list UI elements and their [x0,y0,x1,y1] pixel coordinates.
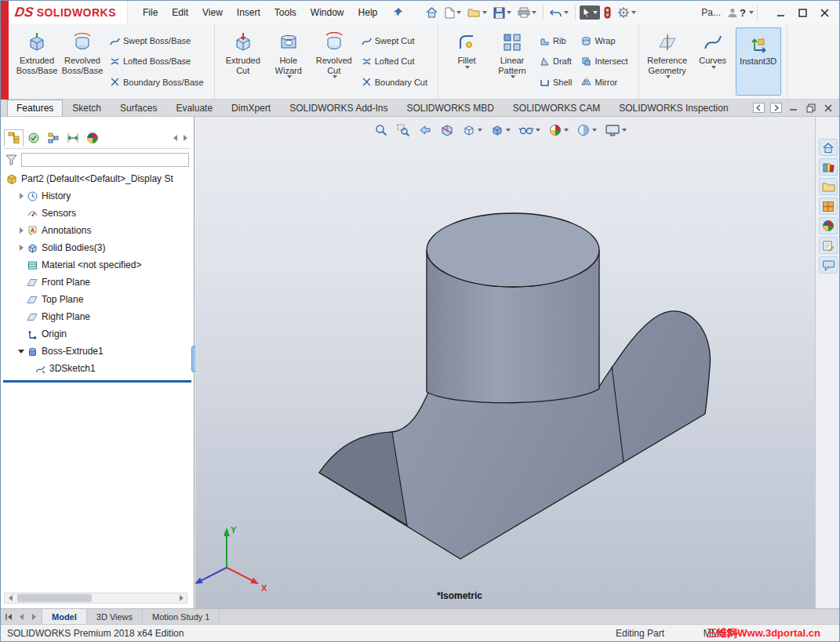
previous-view-icon[interactable] [416,122,435,139]
extruded-boss-base-button[interactable]: Extruded Boss/Base [14,27,60,96]
tree-item-solid-bodies[interactable]: Solid Bodies(3) [1,239,194,256]
tree-item-3dsketch1[interactable]: 3DSketch1 [1,360,194,377]
tab-solidworks-addins[interactable]: SOLIDWORKS Add-Ins [280,100,397,116]
view-palette-icon[interactable] [819,198,838,215]
design-library-icon[interactable] [819,158,838,176]
zoom-area-icon[interactable] [394,122,413,139]
boss-cylinder[interactable] [427,213,599,403]
swept-cut-button[interactable]: Swept Cut [358,34,431,48]
rebuild-icon[interactable] [602,5,613,20]
pin-menu-icon[interactable] [392,7,403,18]
expand-arrow-icon[interactable] [18,350,24,354]
undo-icon[interactable] [547,6,571,20]
zoom-fit-icon[interactable] [372,122,391,139]
wrap-button[interactable]: Wrap [578,34,631,48]
propertymanager-icon[interactable] [24,129,43,147]
edit-appearance-icon[interactable] [546,122,571,139]
scrollbar-thumb[interactable] [17,594,92,602]
menu-view[interactable]: View [195,3,230,22]
maximize-icon[interactable] [792,4,813,21]
minimize-pane-icon[interactable] [786,101,801,114]
menu-window[interactable]: Window [304,3,351,22]
revolved-boss-base-button[interactable]: Revolved Boss/Base [60,27,105,96]
curves-button[interactable]: Curves [690,27,736,96]
dropdown-caret-icon[interactable] [666,75,671,78]
tab-features[interactable]: Features [7,100,63,116]
tree-item-right-plane[interactable]: Right Plane [1,308,194,325]
dropdown-caret-icon[interactable] [622,129,627,132]
menu-edit[interactable]: Edit [165,3,195,22]
first-tab-icon[interactable] [2,611,15,622]
fillet-button[interactable]: Fillet [444,27,489,96]
tab-motion-study-1[interactable]: Motion Study 1 [143,609,220,624]
boundary-boss-base-button[interactable]: Boundary Boss/Base [107,75,207,89]
tree-item-annotations[interactable]: A Annotations [1,222,194,239]
graphics-area[interactable]: Y X Z [195,117,815,608]
dropdown-caret-icon[interactable] [711,66,716,69]
tab-evaluate[interactable]: Evaluate [166,100,222,116]
tab-solidworks-inspection[interactable]: SOLIDWORKS Inspection [609,100,737,116]
menu-tools[interactable]: Tools [267,3,304,22]
linear-pattern-button[interactable]: Linear Pattern [489,27,535,96]
lofted-cut-button[interactable]: Lofted Cut [358,55,431,68]
tree-item-material[interactable]: Material <not specified> [1,256,194,274]
previous-pane-icon[interactable] [751,101,766,114]
file-explorer-icon[interactable] [819,178,838,195]
monitor-icon[interactable] [602,122,629,139]
save-icon[interactable] [491,5,514,20]
minimize-icon[interactable] [770,4,791,21]
tab-surfaces[interactable]: Surfaces [111,100,166,116]
tree-item-sensors[interactable]: Sensors [1,205,194,222]
tab-solidworks-mbd[interactable]: SOLIDWORKS MBD [398,100,504,116]
dropdown-caret-icon[interactable] [536,129,540,132]
options-gear-icon[interactable] [615,5,638,20]
hole-wizard-button[interactable]: Hole Wizard [266,27,311,96]
menu-file[interactable]: File [136,3,165,22]
display-style-icon[interactable] [488,122,513,139]
view-settings-icon[interactable] [574,122,599,139]
home-icon[interactable] [819,139,838,156]
tab-solidworks-cam[interactable]: SOLIDWORKS CAM [504,100,609,116]
select-cursor-icon[interactable] [580,5,600,20]
dropdown-caret-icon[interactable] [506,129,511,132]
mirror-button[interactable]: Mirror [578,75,631,89]
scroll-left-icon[interactable] [5,593,16,603]
lofted-boss-base-button[interactable]: Lofted Boss/Base [107,55,207,68]
help-icon[interactable]: ? [740,7,746,19]
help-caret-icon[interactable] [749,11,754,14]
tab-3d-views[interactable]: 3D Views [87,609,143,624]
section-view-icon[interactable] [438,122,456,139]
custom-properties-icon[interactable] [819,237,838,254]
scroll-right-icon[interactable] [176,593,187,603]
expand-arrow-icon[interactable] [20,245,24,251]
tree-item-front-plane[interactable]: Front Plane [1,274,194,291]
menu-insert[interactable]: Insert [230,3,267,22]
tab-model[interactable]: Model [42,609,87,624]
dropdown-caret-icon[interactable] [478,129,482,132]
next-pane-icon[interactable] [769,101,784,114]
featuremanager-icon[interactable] [4,129,24,147]
expand-arrow-icon[interactable] [20,227,24,234]
tree-item-top-plane[interactable]: Top Plane [1,291,194,308]
scrollbar-track[interactable] [16,593,176,603]
revolved-cut-button[interactable]: Revolved Cut [311,27,357,96]
close-pane-icon[interactable] [820,101,835,114]
configurationmanager-icon[interactable] [43,129,63,147]
boundary-cut-button[interactable]: Boundary Cut [358,75,431,89]
close-icon[interactable] [814,4,835,21]
rib-button[interactable]: Rib [536,34,575,48]
previous-tab-icon[interactable] [15,611,27,622]
dimxpertmanager-icon[interactable] [63,129,82,147]
appearances-icon[interactable] [819,217,838,234]
tree-item-boss-extrude1[interactable]: Boss-Extrude1 [1,343,194,360]
tab-sketch[interactable]: Sketch [63,100,111,116]
dropdown-caret-icon[interactable] [333,75,337,78]
view-orientation-icon[interactable] [460,122,485,139]
dropdown-caret-icon[interactable] [564,129,569,132]
shell-button[interactable]: Shell [536,75,575,89]
swept-boss-base-button[interactable]: Swept Boss/Base [107,34,207,48]
tree-root-part[interactable]: Part2 (Default<<Default>_Display St [1,170,194,187]
extruded-cut-button[interactable]: Extruded Cut [220,27,266,96]
print-icon[interactable] [515,5,539,20]
dropdown-caret-icon[interactable] [465,66,470,69]
